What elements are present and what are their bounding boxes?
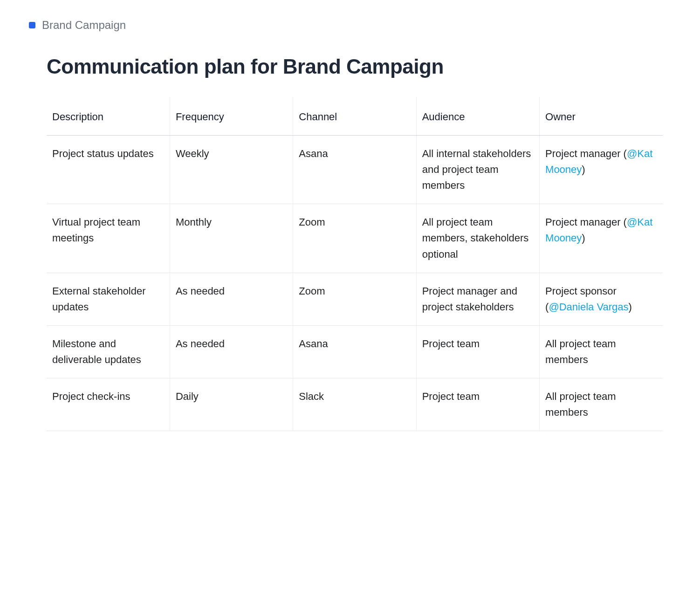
table-row: Milestone and deliverable updatesAs need…: [47, 325, 663, 378]
page-title: Communication plan for Brand Campaign: [47, 55, 677, 78]
cell-frequency: Monthly: [170, 204, 293, 273]
table-row: External stakeholder updatesAs neededZoo…: [47, 273, 663, 325]
owner-mention[interactable]: @Daniela Vargas: [549, 301, 628, 313]
col-header-description: Description: [47, 97, 170, 136]
owner-text: Project manager (: [545, 148, 627, 159]
owner-text: All project team members: [545, 338, 616, 365]
owner-text-suffix: ): [582, 164, 585, 175]
cell-channel: Asana: [293, 136, 416, 204]
cell-description: Project check-ins: [47, 378, 170, 431]
cell-channel: Zoom: [293, 273, 416, 325]
cell-channel: Asana: [293, 325, 416, 378]
cell-owner: Project sponsor (@Daniela Vargas): [540, 273, 663, 325]
cell-audience: Project team: [416, 378, 539, 431]
cell-owner: Project manager (@Kat Mooney): [540, 136, 663, 204]
col-header-audience: Audience: [416, 97, 539, 136]
communication-plan-table: Description Frequency Channel Audience O…: [47, 97, 663, 431]
table-row: Project check-insDailySlackProject teamA…: [47, 378, 663, 431]
owner-text: Project manager (: [545, 216, 627, 228]
table-header-row: Description Frequency Channel Audience O…: [47, 97, 663, 136]
cell-audience: All project team members, stakeholders o…: [416, 204, 539, 273]
cell-audience: Project team: [416, 325, 539, 378]
cell-channel: Zoom: [293, 204, 416, 273]
breadcrumb[interactable]: Brand Campaign: [29, 19, 677, 32]
table-row: Project status updatesWeeklyAsanaAll int…: [47, 136, 663, 204]
cell-description: Milestone and deliverable updates: [47, 325, 170, 378]
cell-channel: Slack: [293, 378, 416, 431]
col-header-channel: Channel: [293, 97, 416, 136]
cell-owner: All project team members: [540, 378, 663, 431]
owner-text-suffix: ): [582, 232, 585, 244]
cell-frequency: Weekly: [170, 136, 293, 204]
cell-audience: Project manager and project stakeholders: [416, 273, 539, 325]
col-header-owner: Owner: [540, 97, 663, 136]
owner-text-suffix: ): [629, 301, 632, 313]
cell-description: Virtual project team meetings: [47, 204, 170, 273]
cell-frequency: As needed: [170, 273, 293, 325]
cell-description: External stakeholder updates: [47, 273, 170, 325]
cell-owner: Project manager (@Kat Mooney): [540, 204, 663, 273]
cell-owner: All project team members: [540, 325, 663, 378]
project-color-icon: [29, 22, 35, 28]
cell-audience: All internal stakeholders and project te…: [416, 136, 539, 204]
owner-text: All project team members: [545, 391, 616, 418]
breadcrumb-label: Brand Campaign: [42, 19, 126, 32]
table-row: Virtual project team meetingsMonthlyZoom…: [47, 204, 663, 273]
cell-description: Project status updates: [47, 136, 170, 204]
cell-frequency: As needed: [170, 325, 293, 378]
col-header-frequency: Frequency: [170, 97, 293, 136]
cell-frequency: Daily: [170, 378, 293, 431]
